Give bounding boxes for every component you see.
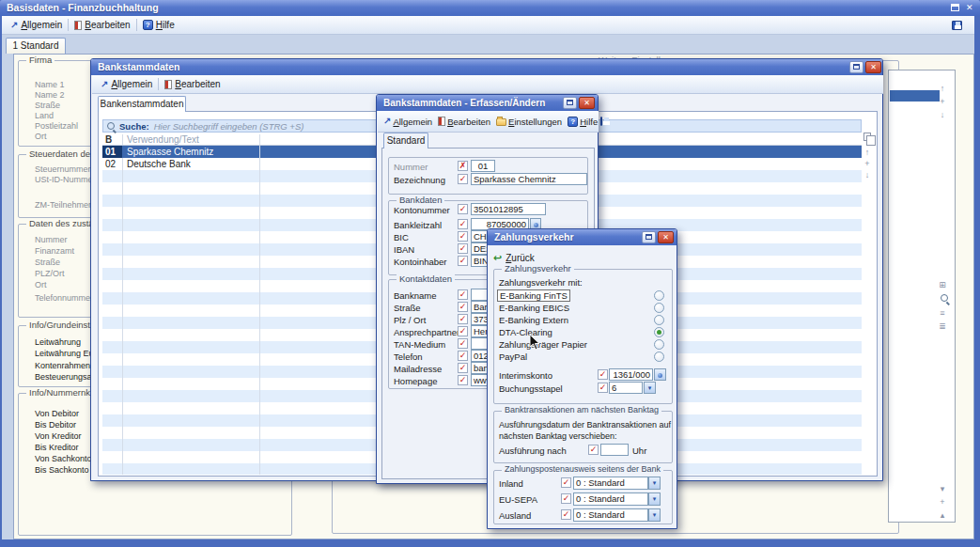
menu-label: Allgemein [21, 20, 62, 30]
eu-sepa-dropdown[interactable]: 0 : Standard ▾ [573, 492, 661, 506]
close-button[interactable]: ✕ [579, 97, 595, 109]
check-state-icon[interactable]: ✓ [458, 289, 468, 300]
edit-page-icon [164, 80, 172, 89]
buchungsstapel-input[interactable]: 6 [609, 382, 643, 394]
option-label-fints[interactable]: E-Banking FinTS [497, 289, 570, 302]
nummer-input[interactable]: 01 [471, 160, 495, 172]
list-icon[interactable]: ≡ [936, 308, 949, 318]
window-menubar: ↗ Allgemein Bearbeiten Einstellungen ? H… [378, 111, 599, 133]
ausland-dropdown[interactable]: 0 : Standard ▾ [573, 508, 661, 522]
radio-e-banking-ebics[interactable] [654, 303, 664, 313]
field-label: Bis Kreditor [35, 443, 79, 453]
field-label: Straße [394, 303, 421, 313]
menu-einstellungen[interactable]: Einstellungen [493, 111, 565, 132]
menu-bearbeiten[interactable]: Bearbeiten [159, 75, 226, 93]
option-label-extern[interactable]: E-Banking Extern [499, 315, 568, 325]
lookup-button[interactable] [654, 368, 666, 381]
check-state-icon[interactable]: ✓ [458, 219, 468, 229]
scroll-top-icon[interactable]: ↑ [861, 148, 874, 157]
radio-paypal[interactable] [654, 352, 664, 362]
scroll-bottom-icon[interactable]: ↓ [861, 170, 874, 180]
check-state-icon[interactable]: ✓ [458, 314, 468, 324]
tab-standard[interactable]: 1 Standard [6, 38, 66, 54]
check-state-icon[interactable]: ✓ [458, 375, 468, 385]
move-icon[interactable]: + [861, 159, 874, 168]
app-title: Basisdaten - Finanzbuchhaltung [7, 2, 159, 13]
interimskonto-input[interactable]: 1361/000 [609, 368, 653, 381]
scroll-bottom-icon[interactable]: ↓ [936, 110, 949, 119]
check-state-icon[interactable]: ✓ [458, 338, 468, 349]
check-state-icon[interactable]: ✓ [561, 477, 571, 488]
option-label-paypal[interactable]: PayPal [499, 352, 527, 362]
move-icon[interactable]: + [936, 497, 949, 507]
field-label: Bankname [394, 290, 436, 301]
column-header[interactable]: B [102, 134, 123, 145]
grid-icon[interactable]: ⊞ [936, 280, 949, 289]
field-label: Besteuerungsart [35, 372, 97, 383]
check-state-icon[interactable]: ✓ [458, 326, 468, 336]
check-state-icon[interactable]: ✓ [458, 256, 468, 266]
dropdown-button[interactable]: ▾ [644, 382, 656, 394]
menu-allgemein[interactable]: ↗ Allgemein [95, 75, 158, 93]
check-state-icon[interactable]: ✓ [561, 509, 571, 520]
restore-button[interactable] [642, 231, 656, 243]
check-state-icon[interactable]: ✓ [458, 351, 468, 361]
rows-icon[interactable]: ≣ [936, 321, 949, 331]
field-label: Nummer [35, 235, 68, 245]
option-label-ebics[interactable]: E-Banking EBICS [499, 303, 569, 313]
restore-button[interactable] [849, 61, 863, 73]
maximize-icon[interactable] [951, 4, 959, 11]
check-state-icon[interactable]: ✓ [458, 243, 468, 254]
kontonummer-input[interactable]: 3501012895 [471, 203, 546, 215]
radio-zahlungstraeger-papier[interactable] [654, 339, 664, 350]
field-label: Bis Sachkonto [35, 465, 89, 476]
check-state-icon[interactable]: ✓ [458, 363, 468, 373]
copy-icon[interactable] [863, 133, 871, 141]
option-label-dta[interactable]: DTA-Clearing [499, 327, 552, 337]
menu-hilfe[interactable]: ? Hilfe [565, 111, 600, 132]
column-header[interactable]: Verwendung/Text [123, 134, 260, 145]
inland-dropdown[interactable]: 0 : Standard ▾ [573, 477, 661, 490]
field-label: PLZ/Ort [35, 269, 65, 279]
close-button[interactable]: ✕ [865, 61, 881, 73]
save-icon[interactable] [600, 117, 602, 126]
check-state-icon[interactable]: ✓ [598, 369, 608, 380]
close-button[interactable]: ✕ [658, 231, 674, 243]
check-state-icon[interactable]: ✓ [458, 302, 468, 312]
tab-bankenstammdaten[interactable]: Bankenstammdaten [98, 96, 186, 112]
check-state-icon[interactable]: ✓ [561, 493, 571, 504]
side-list-selected-row[interactable] [890, 90, 940, 102]
menu-allgemein[interactable]: ↗ Allgemein [381, 111, 435, 132]
radio-e-banking-fints[interactable] [654, 290, 664, 301]
menu-bearbeiten[interactable]: Bearbeiten [69, 16, 135, 34]
check-state-icon[interactable]: ✓ [588, 445, 599, 455]
dropdown-arrow-icon: ▾ [648, 508, 661, 522]
bezeichnung-input[interactable]: Sparkasse Chemnitz [471, 173, 587, 185]
menu-hilfe[interactable]: ? Hilfe [137, 16, 180, 34]
caret-down-icon[interactable]: ▾ [936, 484, 949, 493]
zoom-icon[interactable] [938, 294, 951, 304]
window-menubar: ↗ Allgemein Bearbeiten [92, 75, 883, 94]
row-id: 01 [102, 146, 123, 158]
menu-allgemein[interactable]: ↗ Allgemein [5, 16, 68, 34]
option-label-papier[interactable]: Zahlungsträger Papier [499, 339, 587, 350]
radio-dta-clearing[interactable] [654, 327, 664, 337]
field-label: USt-ID-Nummer [35, 175, 96, 185]
check-state-icon[interactable]: ✓ [458, 231, 468, 242]
restore-button[interactable] [563, 97, 577, 109]
field-label: Von Debitor [35, 409, 79, 419]
check-state-icon[interactable]: ✓ [598, 383, 608, 393]
menu-bearbeiten[interactable]: Bearbeiten [435, 111, 493, 132]
cross-state-icon[interactable]: ✗ [458, 161, 468, 171]
save-icon[interactable] [952, 21, 962, 30]
check-state-icon[interactable]: ✓ [458, 174, 468, 184]
caret-up-icon[interactable]: ▴ [936, 510, 949, 520]
close-icon[interactable]: ✕ [966, 3, 973, 12]
window-titlebar[interactable]: Bankstammdaten [91, 59, 882, 75]
move-icon[interactable]: + [936, 97, 949, 106]
radio-e-banking-extern[interactable] [654, 315, 664, 325]
scroll-top-icon[interactable]: ↑ [936, 84, 949, 93]
check-state-icon[interactable]: ✓ [458, 204, 468, 214]
ausfuehrung-input[interactable] [600, 444, 629, 456]
tab-standard[interactable]: Standard [383, 133, 428, 148]
